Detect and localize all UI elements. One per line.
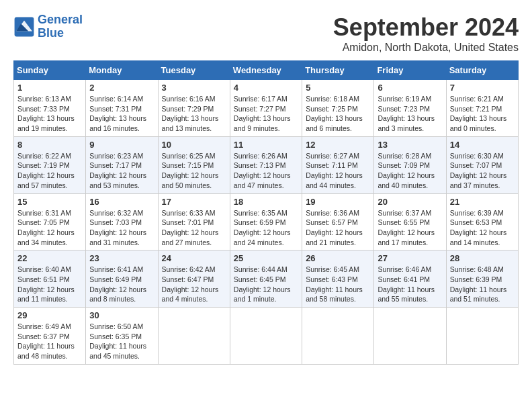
- day-info: Sunrise: 6:19 AMSunset: 7:23 PMDaylight:…: [378, 94, 442, 134]
- day-info: Sunrise: 6:37 AMSunset: 6:55 PMDaylight:…: [378, 208, 442, 248]
- day-number: 9: [89, 140, 154, 150]
- column-header-thursday: Thursday: [302, 61, 374, 80]
- title-area: September 2024 Amidon, North Dakota, Uni…: [333, 13, 519, 54]
- calendar-cell: 19Sunrise: 6:36 AMSunset: 6:57 PMDayligh…: [302, 193, 374, 250]
- column-header-sunday: Sunday: [14, 61, 86, 80]
- calendar-cell: 28Sunrise: 6:48 AMSunset: 6:39 PMDayligh…: [446, 250, 518, 308]
- calendar-cell: 8Sunrise: 6:22 AMSunset: 7:19 PMDaylight…: [14, 136, 86, 193]
- day-info: Sunrise: 6:28 AMSunset: 7:09 PMDaylight:…: [378, 151, 442, 191]
- day-info: Sunrise: 6:16 AMSunset: 7:29 PMDaylight:…: [162, 94, 226, 134]
- calendar-cell: 20Sunrise: 6:37 AMSunset: 6:55 PMDayligh…: [374, 193, 446, 250]
- day-number: 13: [378, 140, 442, 150]
- calendar-cell: 18Sunrise: 6:35 AMSunset: 6:59 PMDayligh…: [230, 193, 302, 250]
- calendar-cell: 27Sunrise: 6:46 AMSunset: 6:41 PMDayligh…: [374, 250, 446, 308]
- day-number: 30: [89, 310, 154, 320]
- day-info: Sunrise: 6:17 AMSunset: 7:27 PMDaylight:…: [234, 94, 298, 134]
- day-number: 11: [234, 140, 298, 150]
- calendar-header-row: SundayMondayTuesdayWednesdayThursdayFrid…: [14, 61, 519, 80]
- column-header-tuesday: Tuesday: [158, 61, 230, 80]
- day-number: 27: [378, 253, 442, 263]
- calendar-week-row: 15Sunrise: 6:31 AMSunset: 7:05 PMDayligh…: [14, 193, 519, 250]
- day-number: 22: [17, 253, 82, 263]
- month-year-title: September 2024: [333, 13, 519, 42]
- calendar-cell: 24Sunrise: 6:42 AMSunset: 6:47 PMDayligh…: [158, 250, 230, 308]
- day-number: 12: [306, 140, 370, 150]
- calendar-cell: [302, 308, 374, 365]
- calendar-cell: [158, 308, 230, 365]
- logo-text: General Blue: [38, 13, 83, 40]
- day-info: Sunrise: 6:42 AMSunset: 6:47 PMDaylight:…: [162, 265, 226, 304]
- day-info: Sunrise: 6:40 AMSunset: 6:51 PMDaylight:…: [17, 265, 82, 304]
- calendar-cell: 2Sunrise: 6:14 AMSunset: 7:31 PMDaylight…: [86, 80, 158, 137]
- day-number: 18: [234, 197, 298, 207]
- day-number: 6: [378, 83, 442, 93]
- day-info: Sunrise: 6:32 AMSunset: 7:03 PMDaylight:…: [89, 208, 154, 248]
- calendar-cell: 23Sunrise: 6:41 AMSunset: 6:49 PMDayligh…: [86, 250, 158, 308]
- calendar-cell: 13Sunrise: 6:28 AMSunset: 7:09 PMDayligh…: [374, 136, 446, 193]
- calendar-cell: [374, 308, 446, 365]
- day-info: Sunrise: 6:46 AMSunset: 6:41 PMDaylight:…: [378, 265, 442, 304]
- calendar-table: SundayMondayTuesdayWednesdayThursdayFrid…: [13, 60, 519, 365]
- calendar-cell: 30Sunrise: 6:50 AMSunset: 6:35 PMDayligh…: [86, 308, 158, 365]
- day-info: Sunrise: 6:36 AMSunset: 6:57 PMDaylight:…: [306, 208, 370, 248]
- day-info: Sunrise: 6:26 AMSunset: 7:13 PMDaylight:…: [234, 151, 298, 191]
- day-info: Sunrise: 6:14 AMSunset: 7:31 PMDaylight:…: [89, 94, 154, 134]
- calendar-cell: 6Sunrise: 6:19 AMSunset: 7:23 PMDaylight…: [374, 80, 446, 137]
- column-header-friday: Friday: [374, 61, 446, 80]
- day-number: 25: [234, 253, 298, 263]
- day-number: 23: [89, 253, 154, 263]
- calendar-week-row: 22Sunrise: 6:40 AMSunset: 6:51 PMDayligh…: [14, 250, 519, 308]
- day-number: 2: [89, 83, 154, 93]
- calendar-cell: 29Sunrise: 6:49 AMSunset: 6:37 PMDayligh…: [14, 308, 86, 365]
- calendar-week-row: 8Sunrise: 6:22 AMSunset: 7:19 PMDaylight…: [14, 136, 519, 193]
- day-number: 29: [17, 310, 82, 320]
- day-number: 5: [306, 83, 370, 93]
- day-number: 10: [162, 140, 226, 150]
- day-number: 26: [306, 253, 370, 263]
- day-info: Sunrise: 6:30 AMSunset: 7:07 PMDaylight:…: [450, 151, 515, 191]
- day-info: Sunrise: 6:35 AMSunset: 6:59 PMDaylight:…: [234, 208, 298, 248]
- day-info: Sunrise: 6:18 AMSunset: 7:25 PMDaylight:…: [306, 94, 370, 134]
- day-info: Sunrise: 6:21 AMSunset: 7:21 PMDaylight:…: [450, 94, 515, 134]
- calendar-cell: 3Sunrise: 6:16 AMSunset: 7:29 PMDaylight…: [158, 80, 230, 137]
- calendar-week-row: 29Sunrise: 6:49 AMSunset: 6:37 PMDayligh…: [14, 308, 519, 365]
- day-info: Sunrise: 6:45 AMSunset: 6:43 PMDaylight:…: [306, 265, 370, 304]
- calendar-cell: 4Sunrise: 6:17 AMSunset: 7:27 PMDaylight…: [230, 80, 302, 137]
- day-info: Sunrise: 6:39 AMSunset: 6:53 PMDaylight:…: [450, 208, 515, 248]
- day-number: 24: [162, 253, 226, 263]
- day-info: Sunrise: 6:13 AMSunset: 7:33 PMDaylight:…: [17, 94, 82, 134]
- day-number: 28: [450, 253, 515, 263]
- day-number: 8: [17, 140, 82, 150]
- day-number: 14: [450, 140, 515, 150]
- day-info: Sunrise: 6:33 AMSunset: 7:01 PMDaylight:…: [162, 208, 226, 248]
- day-number: 7: [450, 83, 515, 93]
- day-number: 4: [234, 83, 298, 93]
- column-header-monday: Monday: [86, 61, 158, 80]
- day-info: Sunrise: 6:31 AMSunset: 7:05 PMDaylight:…: [17, 208, 82, 248]
- calendar-cell: 12Sunrise: 6:27 AMSunset: 7:11 PMDayligh…: [302, 136, 374, 193]
- calendar-cell: 14Sunrise: 6:30 AMSunset: 7:07 PMDayligh…: [446, 136, 518, 193]
- calendar-cell: 5Sunrise: 6:18 AMSunset: 7:25 PMDaylight…: [302, 80, 374, 137]
- calendar-week-row: 1Sunrise: 6:13 AMSunset: 7:33 PMDaylight…: [14, 80, 519, 137]
- calendar-cell: 25Sunrise: 6:44 AMSunset: 6:45 PMDayligh…: [230, 250, 302, 308]
- calendar-cell: 1Sunrise: 6:13 AMSunset: 7:33 PMDaylight…: [14, 80, 86, 137]
- day-info: Sunrise: 6:49 AMSunset: 6:37 PMDaylight:…: [17, 322, 82, 361]
- day-info: Sunrise: 6:48 AMSunset: 6:39 PMDaylight:…: [450, 265, 515, 304]
- day-info: Sunrise: 6:50 AMSunset: 6:35 PMDaylight:…: [89, 322, 154, 361]
- location-subtitle: Amidon, North Dakota, United States: [333, 42, 519, 54]
- day-info: Sunrise: 6:27 AMSunset: 7:11 PMDaylight:…: [306, 151, 370, 191]
- column-header-wednesday: Wednesday: [230, 61, 302, 80]
- calendar-cell: 15Sunrise: 6:31 AMSunset: 7:05 PMDayligh…: [14, 193, 86, 250]
- calendar-cell: 7Sunrise: 6:21 AMSunset: 7:21 PMDaylight…: [446, 80, 518, 137]
- day-info: Sunrise: 6:41 AMSunset: 6:49 PMDaylight:…: [89, 265, 154, 304]
- day-number: 19: [306, 197, 370, 207]
- calendar-cell: 11Sunrise: 6:26 AMSunset: 7:13 PMDayligh…: [230, 136, 302, 193]
- page-header: General Blue September 2024 Amidon, Nort…: [13, 13, 519, 54]
- calendar-cell: 10Sunrise: 6:25 AMSunset: 7:15 PMDayligh…: [158, 136, 230, 193]
- calendar-cell: 9Sunrise: 6:23 AMSunset: 7:17 PMDaylight…: [86, 136, 158, 193]
- day-number: 3: [162, 83, 226, 93]
- logo: General Blue: [13, 13, 83, 40]
- column-header-saturday: Saturday: [446, 61, 518, 80]
- day-info: Sunrise: 6:23 AMSunset: 7:17 PMDaylight:…: [89, 151, 154, 191]
- day-number: 20: [378, 197, 442, 207]
